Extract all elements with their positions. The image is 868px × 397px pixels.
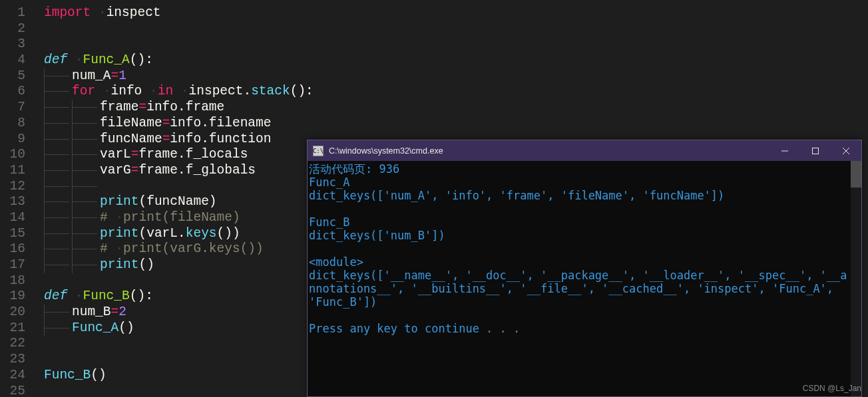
line-number: 10 <box>0 147 25 163</box>
token-ident: varL <box>146 226 178 241</box>
token-call-fn: print <box>100 226 139 241</box>
token-call-fn: print <box>100 257 139 272</box>
token-dot: . <box>178 226 186 241</box>
line-number: 24 <box>0 368 25 384</box>
token-ident: info <box>111 84 142 98</box>
maximize-icon <box>812 148 819 154</box>
token-dot: . <box>178 163 186 178</box>
token-ident: inspect <box>189 84 244 98</box>
token-kw-for: for <box>72 84 95 98</box>
console-title: C:\windows\system32\cmd.exe <box>329 146 443 156</box>
line-number: 23 <box>0 352 25 368</box>
token-ws-dot: · <box>99 5 107 20</box>
code-line[interactable]: fileName=info.filename <box>44 116 868 132</box>
code-line[interactable]: frame=info.frame <box>44 100 868 116</box>
token-call-fn: keys <box>186 226 217 241</box>
token-paren: () <box>130 289 145 303</box>
line-number: 16 <box>0 241 25 257</box>
code-line[interactable]: num_A=1 <box>44 68 868 84</box>
svg-rect-1 <box>813 148 819 154</box>
token-dot: . <box>201 132 209 146</box>
token-ident: frame <box>139 163 178 178</box>
token-ident: funcName <box>100 132 162 146</box>
token-ident: num_B <box>72 305 111 319</box>
token-paren: ) <box>232 226 240 241</box>
token-call-fn: Func_B <box>44 368 91 382</box>
line-number: 22 <box>0 336 25 352</box>
token-ws <box>67 289 75 303</box>
line-number: 20 <box>0 305 25 321</box>
token-ws-dot: · <box>75 289 83 303</box>
token-dot: . <box>201 116 209 130</box>
token-ident: funcName <box>146 194 209 209</box>
minimize-icon <box>781 148 788 154</box>
line-number: 1 <box>0 5 25 21</box>
token-ident: f_locals <box>186 147 248 162</box>
line-number: 9 <box>0 132 25 148</box>
line-number: 7 <box>0 100 25 116</box>
line-number: 17 <box>0 257 25 273</box>
token-ws <box>67 53 75 67</box>
token-paren: () <box>290 84 306 98</box>
token-kw-import: import <box>44 5 91 20</box>
line-number: 12 <box>0 179 25 195</box>
token-call-fn: stack <box>251 84 290 98</box>
console-text: 活动代码页: 936 Func_A dict_keys(['num_A', 'i… <box>309 162 860 335</box>
token-ws <box>173 84 181 98</box>
close-button[interactable] <box>831 140 861 161</box>
line-number: 8 <box>0 116 25 132</box>
line-number: 25 <box>0 384 25 398</box>
token-ws-dot: · <box>103 84 111 98</box>
console-output[interactable]: 活动代码页: 936 Func_A dict_keys(['num_A', 'i… <box>308 161 861 396</box>
token-op: = <box>111 68 119 83</box>
code-line[interactable]: import ·inspect <box>44 5 868 21</box>
token-ws-dot: · <box>115 241 123 256</box>
console-scrollbar[interactable] <box>851 161 861 396</box>
token-fn-name: Func_A <box>83 53 130 67</box>
line-gutter: 1234567891011121314151617181920212223242… <box>0 0 35 397</box>
token-ws-dot: · <box>181 84 189 98</box>
console-scroll-thumb[interactable] <box>851 161 861 188</box>
token-op: = <box>139 100 147 114</box>
minimize-button[interactable] <box>769 140 800 161</box>
code-line[interactable] <box>44 21 868 37</box>
token-paren: () <box>130 53 145 67</box>
token-ws <box>91 5 99 20</box>
token-dot: . <box>178 100 186 114</box>
token-num-lit: 2 <box>118 305 126 319</box>
token-ident: : <box>145 53 153 67</box>
token-call-fn: Func_A <box>72 321 118 335</box>
token-op: = <box>162 116 170 130</box>
token-ident: info <box>146 100 178 114</box>
token-paren: () <box>139 257 154 272</box>
code-line[interactable]: for ·info ·in ·inspect.stack(): <box>44 84 868 100</box>
line-number: 6 <box>0 84 25 100</box>
token-ws <box>142 84 150 98</box>
token-ident: frame <box>139 147 178 162</box>
token-kw-def: def <box>44 53 67 67</box>
token-ident: info <box>170 132 201 146</box>
token-call-fn: print <box>100 194 139 209</box>
token-dot: . <box>243 84 251 98</box>
code-line[interactable] <box>44 37 868 53</box>
line-number: 3 <box>0 37 25 53</box>
token-ws-dot: · <box>150 84 158 98</box>
line-number: 14 <box>0 210 25 226</box>
line-number: 21 <box>0 321 25 336</box>
token-comment: # <box>100 210 115 225</box>
token-ident: inspect <box>107 5 161 20</box>
token-ident: : <box>306 84 314 98</box>
line-number: 15 <box>0 226 25 242</box>
console-window[interactable]: C:\ C:\windows\system32\cmd.exe 活动代码页: 9… <box>307 140 862 397</box>
token-ident: : <box>145 289 153 303</box>
token-comment: # <box>100 241 115 256</box>
code-line[interactable]: def ·Func_A(): <box>44 53 868 68</box>
token-ident: function <box>209 132 272 146</box>
token-ws-dot: · <box>75 53 83 67</box>
token-paren: ) <box>209 194 217 209</box>
console-titlebar[interactable]: C:\ C:\windows\system32\cmd.exe <box>308 140 861 161</box>
maximize-button[interactable] <box>800 140 831 161</box>
token-dot: . <box>178 147 186 162</box>
line-number: 2 <box>0 21 25 37</box>
token-paren: ( <box>139 194 147 209</box>
